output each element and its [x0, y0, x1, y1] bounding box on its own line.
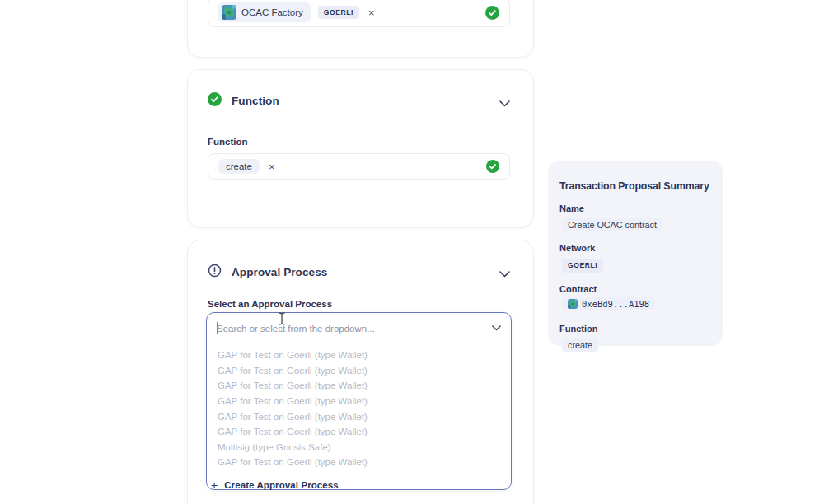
approval-option[interactable]: Multisig (type Gnosis Safe) [207, 440, 511, 455]
remove-function-icon[interactable]: × [267, 161, 277, 172]
approval-process-dropdown: GAP for Test on Goerli (type Wallet) GAP… [206, 312, 512, 490]
approval-option[interactable]: GAP for Test on Goerli (type Wallet) [207, 455, 511, 470]
plus-icon: + [211, 479, 218, 491]
function-valid-icon [486, 160, 499, 173]
function-section-title: Function [232, 95, 279, 107]
approval-options-list: GAP for Test on Goerli (type Wallet) GAP… [207, 343, 511, 470]
approval-option[interactable]: GAP for Test on Goerli (type Wallet) [207, 378, 511, 394]
approval-option[interactable]: GAP for Test on Goerli (type Wallet) [207, 348, 511, 363]
summary-network-field: Network GOERLI [559, 243, 711, 273]
approval-field-label: Select an Approval Process [208, 299, 332, 309]
function-chip: create [218, 159, 260, 174]
contract-section-card: OCAC Factory GOERLI × [187, 0, 534, 58]
summary-name-label: Name [559, 203, 711, 213]
summary-contract-value-pill: 0xeBd9...A198 [562, 297, 655, 310]
summary-function-label: Function [559, 324, 711, 334]
summary-name-value: Create OCAC contract [562, 218, 662, 231]
remove-contract-icon[interactable]: × [367, 7, 377, 18]
summary-network-label: Network [559, 243, 711, 253]
contract-identicon-icon [568, 299, 578, 309]
function-complete-icon [208, 92, 222, 110]
contract-valid-icon [485, 6, 499, 20]
approval-section-title: Approval Process [232, 266, 327, 278]
approval-section-card: Approval Process Select an Approval Proc… [187, 240, 534, 504]
mouse-ibeam-cursor [278, 312, 286, 329]
summary-title: Transaction Proposal Summary [559, 180, 711, 192]
approval-option[interactable]: GAP for Test on Goerli (type Wallet) [207, 424, 511, 440]
summary-network-badge: GOERLI [562, 259, 603, 273]
contract-identicon-icon [222, 5, 236, 20]
text-caret [217, 322, 218, 334]
function-section-card: Function Function create × (Function rec… [187, 69, 534, 228]
dropdown-chevron-icon[interactable] [492, 325, 501, 331]
collapse-function-chevron-icon[interactable] [499, 96, 510, 110]
summary-name-field: Name Create OCAC contract [559, 203, 711, 231]
summary-function-field: Function create [559, 324, 711, 352]
summary-function-value: create [562, 338, 598, 352]
function-input[interactable]: create × [208, 153, 510, 180]
contract-chip-label: OCAC Factory [241, 7, 303, 17]
approval-option[interactable]: GAP for Test on Goerli (type Wallet) [207, 363, 511, 379]
approval-option[interactable]: GAP for Test on Goerli (type Wallet) [207, 394, 511, 409]
contract-chip: OCAC Factory [218, 2, 311, 22]
create-approval-process-label: Create Approval Process [224, 480, 339, 490]
create-approval-process-button[interactable]: + Create Approval Process [207, 475, 511, 495]
transaction-summary-panel: Transaction Proposal Summary Name Create… [548, 161, 723, 346]
transaction-proposal-page: OCAC Factory GOERLI × Function Function … [0, 0, 824, 504]
summary-contract-address: 0xeBd9...A198 [582, 299, 649, 309]
summary-contract-label: Contract [559, 284, 711, 294]
approval-warning-icon [208, 264, 222, 281]
approval-search-input[interactable] [217, 324, 485, 334]
approval-search-box[interactable] [207, 313, 511, 343]
collapse-approval-chevron-icon[interactable] [499, 266, 510, 281]
function-field-label: Function [208, 137, 248, 147]
network-badge: GOERLI [318, 6, 359, 20]
contract-input[interactable]: OCAC Factory GOERLI × [208, 0, 510, 27]
summary-contract-field: Contract 0xeBd9...A198 [559, 284, 711, 312]
approval-option[interactable]: GAP for Test on Goerli (type Wallet) [207, 408, 511, 424]
